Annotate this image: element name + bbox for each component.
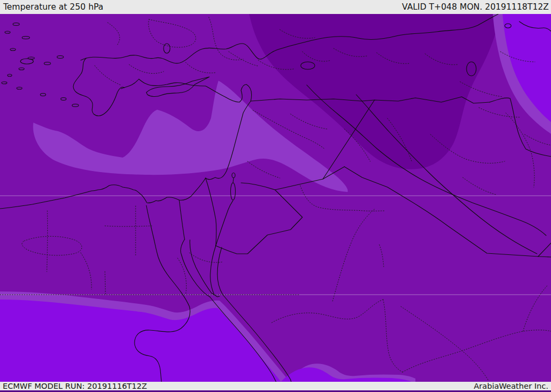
model-run-label: ECMWF MODEL RUN: 20191116T12Z bbox=[3, 382, 147, 390]
map-title: Temperature at 250 hPa bbox=[3, 2, 103, 12]
valid-time-label: VALID T+048 MON. 20191118T12Z bbox=[402, 2, 549, 12]
header-bar: Temperature at 250 hPa VALID T+048 MON. … bbox=[0, 0, 551, 14]
footer-bar: ECMWF MODEL RUN: 20191116T12Z ArabiaWeat… bbox=[0, 382, 551, 390]
weather-map bbox=[0, 0, 551, 392]
credit-label: ArabiaWeather Inc. bbox=[474, 382, 548, 390]
